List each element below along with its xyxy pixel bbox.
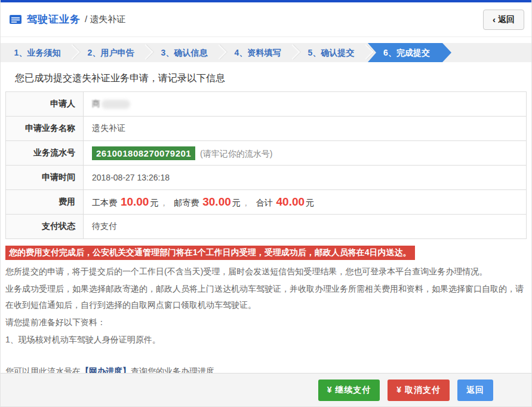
step-4-fill-materials: 4、资料填写 — [221, 43, 294, 62]
info-paragraph: 1、现场核对机动车驾驶人身份证明原件。 — [5, 332, 527, 348]
table-row: 业务流水号 261001808270079201 (请牢记你的流水号) — [6, 141, 527, 166]
fee-unit: 元 — [306, 198, 314, 207]
breadcrumb: 驾驶证业务 / 遗失补证 — [9, 13, 125, 26]
progress-hint: 您可以用此流水号在【网办进度】查询您的业务办理进度。 — [5, 363, 527, 373]
step-label: 2、用户申告 — [88, 48, 134, 57]
fee-item-amount: 10.00 — [121, 195, 149, 208]
applicant-value: 商 — [84, 92, 527, 117]
application-info-table: 申请人 商 申请业务名称 遗失补证 业务流水号 2610018082700792… — [5, 91, 527, 239]
step-label: 1、业务须知 — [14, 48, 61, 57]
table-row: 申请时间 2018-08-27 13:26:18 — [6, 166, 527, 190]
online-progress-link[interactable]: 【网办进度】 — [81, 366, 131, 373]
breadcrumb-current: / 遗失补证 — [85, 14, 125, 25]
progress-hint-suffix: 查询您的业务办理进度。 — [131, 366, 223, 373]
step-3-confirm-info: 3、确认信息 — [147, 43, 221, 62]
row-label: 申请业务名称 — [6, 117, 84, 141]
row-label: 支付状态 — [6, 215, 84, 239]
redacted-name-blur — [102, 100, 130, 109]
fee-item-amount: 30.00 — [202, 195, 231, 208]
applicant-name-partial: 商 — [92, 99, 100, 108]
apply-time-value: 2018-08-27 13:26:18 — [84, 166, 527, 190]
serial-number-badge: 261001808270079201 — [92, 146, 195, 160]
table-row: 申请业务名称 遗失补证 — [6, 117, 527, 141]
row-label: 申请时间 — [6, 166, 84, 190]
return-button[interactable]: 返回 — [457, 380, 493, 401]
step-label: 3、确认信息 — [161, 48, 208, 57]
back-button-label: 返回 — [498, 14, 515, 25]
page-title: 驾驶证业务 — [27, 13, 81, 26]
success-message: 您已成功提交遗失补证业务申请，请记录以下信息 — [5, 72, 527, 85]
step-label: 4、资料填写 — [235, 48, 281, 57]
cancel-payment-button[interactable]: ¥ 取消支付 — [388, 380, 450, 401]
step-label: 6、完成提交 — [383, 48, 430, 57]
fee-item-label: 合计 — [256, 198, 273, 207]
business-name-value: 遗失补证 — [84, 117, 527, 141]
serial-number-value: 261001808270079201 (请牢记你的流水号) — [84, 141, 527, 166]
serial-note: (请牢记你的流水号) — [200, 149, 272, 158]
info-paragraph: 您所提交的申请，将于提交后的一个工作日(不含当天)受理，届时会发送短信告知受理结… — [5, 264, 527, 280]
step-2-user-declaration: 2、用户申告 — [74, 43, 147, 62]
back-button[interactable]: ‹ 返回 — [483, 10, 524, 30]
pay-status-value: 待支付 — [84, 215, 527, 239]
step-progress-bar: 1、业务须知 2、用户申告 3、确认信息 4、资料填写 5、确认提交 6、完成提… — [1, 43, 531, 62]
fee-item-label: 工本费 — [92, 198, 117, 207]
fee-item-label: 邮寄费 — [174, 198, 199, 207]
fee-separator: ， — [159, 198, 168, 207]
payment-notice-banner: 您的费用支付完成后，公安机关交通管理部门将在1个工作日内受理，受理成功后，邮政人… — [5, 246, 415, 260]
row-label: 费用 — [6, 190, 84, 215]
header: 驾驶证业务 / 遗失补证 ‹ 返回 — [1, 2, 531, 37]
fee-value: 工本费 10.00元， 邮寄费 30.00元， 合计 40.00元 — [84, 190, 527, 215]
row-label: 申请人 — [6, 92, 84, 117]
license-card-icon — [9, 14, 22, 25]
page: 驾驶证业务 / 遗失补证 ‹ 返回 1、业务须知 2、用户申告 3、确认信息 4… — [0, 0, 532, 407]
info-paragraph: 请您提前准备好以下资料： — [5, 314, 527, 331]
row-label: 业务流水号 — [6, 141, 84, 166]
chevron-left-icon: ‹ — [493, 15, 496, 24]
fee-unit: 元 — [232, 198, 241, 207]
footer-action-bar: ¥ 继续支付 ¥ 取消支付 返回 — [1, 373, 531, 406]
step-6-complete-submit-active: 6、完成提交 — [368, 43, 451, 62]
table-row: 费用 工本费 10.00元， 邮寄费 30.00元， 合计 40.00元 — [6, 190, 527, 215]
fee-unit: 元 — [150, 198, 158, 207]
table-row: 申请人 商 — [6, 92, 527, 117]
table-row: 支付状态 待支付 — [6, 215, 527, 239]
continue-payment-button[interactable]: ¥ 继续支付 — [318, 380, 380, 401]
info-paragraph: 业务成功受理后，如果选择邮政寄递的，邮政人员将上门送达机动车驾驶证，并收取办理业… — [5, 281, 527, 313]
step-5-confirm-submit: 5、确认提交 — [294, 43, 368, 62]
fee-separator: ， — [242, 198, 250, 207]
step-1-business-notice: 1、业务须知 — [1, 43, 74, 62]
fee-item-amount: 40.00 — [276, 195, 305, 208]
step-label: 5、确认提交 — [308, 48, 355, 57]
progress-hint-prefix: 您可以用此流水号在 — [5, 366, 81, 373]
main-content: 您已成功提交遗失补证业务申请，请记录以下信息 申请人 商 申请业务名称 遗失补证… — [1, 62, 531, 373]
